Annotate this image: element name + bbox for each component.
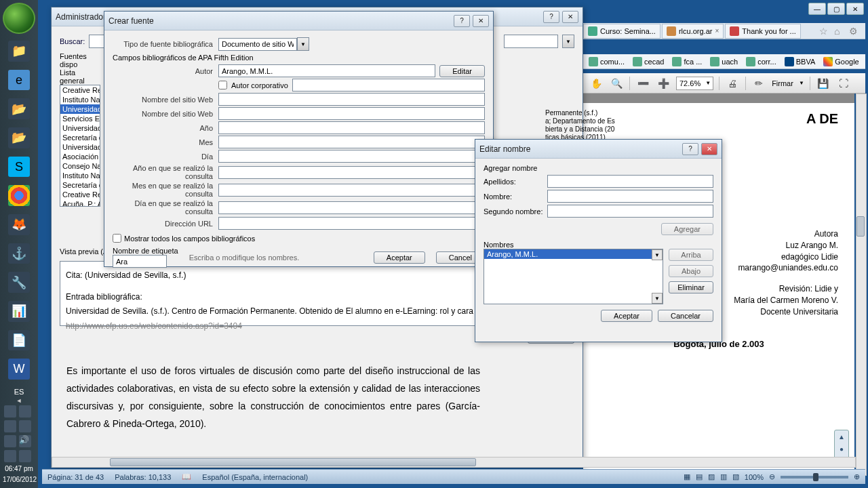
list-item[interactable]: Instituto Nac: [60, 95, 100, 104]
list-item[interactable]: Secretaría de: [60, 180, 100, 190]
cancelar-button[interactable]: Cancelar: [658, 310, 713, 322]
clock-time[interactable]: 06:47 pm: [3, 464, 35, 474]
names-list-item[interactable]: Arango, M.M.L.: [484, 249, 663, 259]
taskbar-app-misc2[interactable]: ⚓: [8, 243, 30, 264]
tray-icon[interactable]: [4, 435, 16, 447]
gear-icon[interactable]: ⚙: [849, 26, 860, 37]
taskbar-app-chrome[interactable]: [8, 185, 30, 206]
mes-input[interactable]: [218, 136, 485, 148]
crear-titlebar[interactable]: Crear fuente ? ✕: [104, 12, 493, 30]
expand-icon[interactable]: ⛶: [836, 76, 851, 91]
language-status[interactable]: Español (España, internacional): [202, 473, 308, 481]
view-print-icon[interactable]: ▦: [684, 472, 690, 481]
etiqueta-input[interactable]: [113, 255, 167, 268]
taskbar-app-misc5[interactable]: 📄: [8, 330, 30, 351]
nombre-sitio-input[interactable]: [218, 93, 485, 106]
scroll-thumb[interactable]: [856, 216, 865, 237]
list-item[interactable]: Consejo Nac: [60, 161, 100, 171]
taskbar-app-skype[interactable]: S: [8, 157, 30, 178]
taskbar-app-misc1[interactable]: 🦊: [8, 214, 30, 235]
pdf-scrollbar[interactable]: [856, 94, 867, 476]
zoom-handle[interactable]: [813, 473, 818, 481]
sort-combo[interactable]: [504, 35, 558, 48]
list-item[interactable]: Secretaría de: [60, 133, 100, 142]
help-button[interactable]: ?: [454, 15, 470, 27]
tray-icon[interactable]: [4, 420, 16, 432]
agregar-button[interactable]: Agregar: [661, 223, 713, 235]
list-item[interactable]: Universidad: [60, 142, 100, 152]
view-draft-icon[interactable]: ▧: [732, 472, 739, 481]
clock-date[interactable]: 17/06/2012: [3, 474, 35, 485]
home-icon[interactable]: ⌂: [834, 26, 845, 37]
list-item[interactable]: Creative Res: [60, 85, 100, 95]
dropdown-icon[interactable]: ▼: [562, 35, 574, 48]
zoom-out-icon[interactable]: ➖: [635, 76, 650, 91]
bookmark-item[interactable]: cecad: [633, 57, 664, 66]
nombre-sitio2-input[interactable]: [218, 107, 485, 120]
tab-close-icon[interactable]: ×: [715, 27, 719, 35]
marquee-zoom-icon[interactable]: 🔍: [609, 76, 624, 91]
apellidos-input[interactable]: [547, 175, 713, 188]
tipo-combo[interactable]: [218, 38, 297, 51]
autor-corp-input[interactable]: [292, 79, 485, 92]
start-button[interactable]: [3, 3, 35, 34]
scroll-thumb[interactable]: [110, 458, 476, 466]
list-item[interactable]: Acuña, P.; A: [60, 199, 100, 207]
taskbar-app-explorer[interactable]: 📁: [8, 41, 30, 62]
ano-input[interactable]: [218, 121, 485, 134]
zoom-in-button[interactable]: ⊕: [854, 472, 860, 481]
browser-tab[interactable]: Curso: Semina...: [583, 24, 660, 39]
bookmark-item[interactable]: uach: [710, 57, 738, 66]
language-indicator[interactable]: ES: [3, 386, 35, 397]
maximize-button[interactable]: ▢: [827, 3, 845, 15]
bookmark-item[interactable]: Google: [823, 57, 859, 66]
zoom-slider[interactable]: [781, 476, 848, 479]
taskbar-app-misc4[interactable]: 📊: [8, 301, 30, 322]
arriba-button[interactable]: Arriba: [669, 249, 713, 261]
view-outline-icon[interactable]: ▥: [720, 472, 727, 481]
taskbar-app-word[interactable]: W: [8, 359, 30, 380]
tray-volume-icon[interactable]: 🔊: [19, 435, 31, 447]
proofing-icon[interactable]: 📖: [182, 472, 191, 481]
browser-tab[interactable]: Thank you for ...: [725, 24, 800, 39]
dia-consulta-input[interactable]: [218, 201, 485, 214]
mostrar-checkbox[interactable]: [113, 234, 121, 243]
dia-input[interactable]: [218, 150, 485, 163]
editar-titlebar[interactable]: Editar nombre ? ✕: [475, 140, 722, 159]
dropdown-icon[interactable]: ▼: [652, 293, 663, 304]
close-button[interactable]: ✕: [562, 11, 578, 23]
autor-corp-checkbox[interactable]: [218, 81, 227, 89]
list-item[interactable]: Universidad: [60, 123, 100, 133]
url-input[interactable]: [218, 217, 485, 230]
bookmark-item[interactable]: BBVA: [785, 57, 816, 66]
nav-mid-icon[interactable]: ●: [835, 443, 848, 455]
zoom-out-button[interactable]: ⊖: [769, 472, 775, 481]
names-list[interactable]: Arango, M.M.L. ▼ ▼: [484, 249, 663, 304]
sign-button[interactable]: Firmar: [772, 79, 793, 87]
aceptar-button[interactable]: Aceptar: [601, 310, 652, 322]
list-item[interactable]: Servicios Edu: [60, 114, 100, 123]
editar-button[interactable]: Editar: [439, 65, 485, 77]
highlight-icon[interactable]: ✏: [751, 76, 766, 91]
aceptar-button[interactable]: Aceptar: [374, 251, 425, 264]
minimize-button[interactable]: —: [808, 3, 826, 15]
star-icon[interactable]: ☆: [819, 26, 830, 37]
taskbar-app-folder2[interactable]: 📂: [8, 127, 30, 148]
autor-input[interactable]: [218, 64, 435, 77]
help-button[interactable]: ?: [543, 11, 559, 23]
word-count[interactable]: Palabras: 10,133: [115, 473, 171, 481]
ano-consulta-input[interactable]: [218, 166, 485, 179]
help-button[interactable]: ?: [682, 143, 698, 155]
eliminar-button[interactable]: Eliminar: [669, 281, 713, 293]
browser-tab[interactable]: rlcu.org.ar×: [662, 24, 724, 39]
segundo-input[interactable]: [547, 205, 713, 218]
dropdown-icon[interactable]: ▼: [297, 37, 309, 51]
dropdown-icon[interactable]: ▼: [652, 249, 663, 260]
list-item[interactable]: Universidad: [60, 104, 100, 114]
tray-icon[interactable]: [4, 450, 16, 462]
nav-up-icon[interactable]: ▲: [835, 430, 848, 443]
mes-consulta-input[interactable]: [218, 184, 485, 197]
page-indicator[interactable]: Página: 31 de 43: [47, 473, 104, 481]
nombre-input[interactable]: [547, 190, 713, 203]
close-button[interactable]: ✕: [473, 15, 489, 27]
